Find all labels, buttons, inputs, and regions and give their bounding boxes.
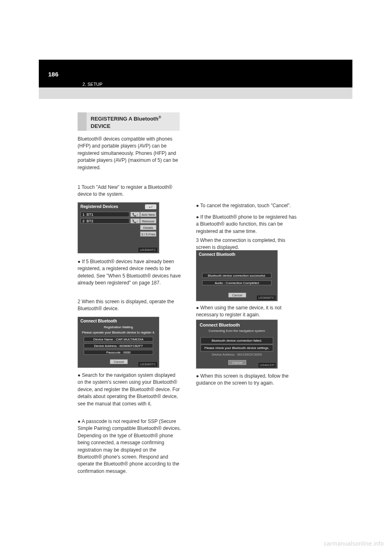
note2-wrap: ● Search for the navigation system displ… [78,372,182,407]
figure-connect-success: Connect Bluetooth Bluetooth device conne… [196,250,278,301]
fig3-msg2: Audio : Connection Completed [202,280,272,285]
step3-text: 3 When the connection is completed, this… [196,237,300,251]
note3-text: ● A passcode is not required for SSP (Se… [78,418,182,475]
figure-registered-devices: Registered Devices ⮐ 1 BT1 📞♪ 2 BT2 📞♪ A… [78,202,159,253]
fig3-msg1: Bluetooth device connection successful. [202,273,272,278]
step1-text: 1 Touch "Add New" to register a Bluetoot… [78,184,182,198]
fig1-caption: US3064TC [138,248,157,252]
fig2-passcode: Passcode : 0000 [84,350,153,355]
note6-wrap: ● When using the same device, it is not … [196,304,300,319]
figure-4-wrap: Connect Bluetooth Connecting from the na… [196,320,300,369]
note1-wrap: ● If 5 Bluetooth® devices have already b… [78,258,182,287]
fig2-subtitle: Registration Waiting [78,325,159,329]
fig2-caption: US3065TC [138,362,157,367]
section-heading-tab [78,112,87,131]
watermark: carmanualsonline.info [324,540,384,547]
heading-prefix: REGISTERING A Bluetooth [91,116,158,122]
page-number: 186 [48,71,58,78]
fig3-caption: US3066TC [257,295,276,300]
section-heading-body: REGISTERING A Bluetooth® DEVICE [87,112,180,131]
note5-text: ● If the Bluetooth® phone to be register… [196,214,300,235]
note4-text: ● To cancel the registration, touch "Can… [196,202,300,209]
fig4-caption: US4013TI [258,363,276,367]
note7-wrap: ● When this screen is displayed, follow … [196,373,300,387]
figure-connect-failed: Connect Bluetooth Connecting from the na… [196,320,278,369]
fig1-title: Registered Devices [80,204,118,209]
fig1-row2-slot: 2 [82,219,85,223]
note5-wrap: ● If the Bluetooth® phone to be register… [196,214,300,235]
fig1-free-indicator: 3 / 5 Free [140,231,156,237]
fig1-row2-icons: 📞♪ [130,218,140,224]
fig3-title: Connect Bluetooth [199,252,235,257]
section-heading-title: REGISTERING A Bluetooth® DEVICE [91,115,176,130]
note3-wrap: ● A passcode is not required for SSP (Se… [78,418,182,475]
fig1-row2-name: BT2 [87,219,94,223]
page-root: 186 2. SETUP REGISTERING A Bluetooth® DE… [0,0,392,555]
note4-wrap: ● To cancel the registration, touch "Can… [196,202,300,209]
fig4-msg2: Please check your Bluetooth device setti… [200,345,273,351]
fig1-details-button[interactable]: Details [140,225,156,230]
step2-text: 2 When this screen is displayed, operate… [78,298,182,313]
section-heading-box: REGISTERING A Bluetooth® DEVICE [78,112,180,131]
fig2-title: Connect Bluetooth [80,319,117,323]
fig2-device-name: Device Name : CAR MULTIMEDIA [84,337,153,342]
figure-1-wrap: Registered Devices ⮐ 1 BT1 📞♪ 2 BT2 📞♪ A… [78,202,182,253]
header-grey-bar [39,87,352,99]
heading-suffix: DEVICE [91,123,110,129]
step3-wrap: 3 When the connection is completed, this… [196,237,300,251]
fig1-back-button[interactable]: ⮐ [145,204,156,209]
fig1-add-button[interactable]: Add New [140,212,156,217]
fig4-cancel-button[interactable]: Cancel [228,360,246,365]
fig4-title: Connect Bluetooth [200,322,240,327]
figure-3-wrap: Connect Bluetooth Bluetooth device conne… [196,250,300,301]
step1-wrap: 1 Touch "Add New" to register a Bluetoot… [78,184,182,198]
fig3-cancel-button[interactable]: Cancel [228,293,246,298]
fig1-remove-button[interactable]: Remove [140,218,156,224]
fig4-subtitle: Connecting from the navigation system [196,329,277,333]
fig1-row1-icons: 📞♪ [130,212,140,217]
fig1-row1-name: BT1 [87,213,94,217]
col-left: Bluetooth® devices compatible with phone… [78,136,182,171]
intro-para: Bluetooth® devices compatible with phone… [78,136,182,171]
fig4-addr: Device Address : 001CEEDC30D0 [200,353,273,356]
fig1-row1-slot: 1 [82,213,85,217]
fig2-cancel-button[interactable]: Cancel [110,359,128,364]
note1-text: ● If 5 Bluetooth® devices have already b… [78,258,182,287]
step2-wrap: 2 When this screen is displayed, operate… [78,298,182,313]
fig1-row-2[interactable]: 2 BT2 [80,218,129,224]
figure-2-wrap: Connect Bluetooth Registration Waiting P… [78,317,182,368]
breadcrumb: 2. SETUP [82,82,102,87]
figure-connect-waiting: Connect Bluetooth Registration Waiting P… [78,317,159,368]
fig4-msg1: Bluetooth device connection failed. [200,337,273,344]
fig2-device-addr: Device Address : 60380EFCB2F7 [84,343,153,348]
fig1-row-1[interactable]: 1 BT1 [80,212,129,217]
fig2-instruction: Please operate your Bluetooth device to … [78,331,159,334]
note7-text: ● When this screen is displayed, follow … [196,373,300,387]
heading-superscript: ® [158,115,161,119]
note2-text: ● Search for the navigation system displ… [78,372,182,407]
note6-text: ● When using the same device, it is not … [196,304,300,319]
